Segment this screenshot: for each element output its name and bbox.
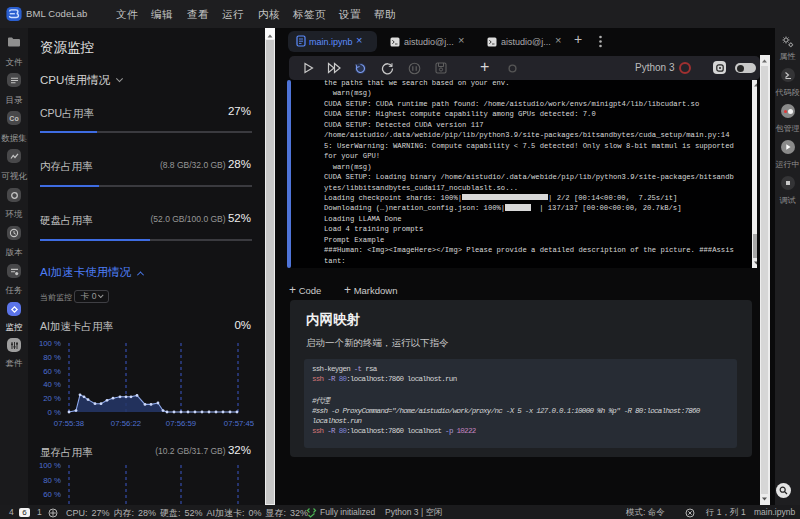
svg-text:0 %: 0 % <box>48 408 62 417</box>
svg-text:100 %: 100 % <box>39 461 61 470</box>
svg-text:07:56:22: 07:56:22 <box>111 419 141 428</box>
svg-text:07:57:45: 07:57:45 <box>224 419 254 428</box>
svg-text:07:55:38: 07:55:38 <box>54 419 84 428</box>
svg-text:100 %: 100 % <box>39 339 61 348</box>
svg-text:60 %: 60 % <box>43 367 61 376</box>
svg-text:40 %: 40 % <box>43 380 61 389</box>
svg-text:07:56:59: 07:56:59 <box>166 419 196 428</box>
svg-text:60 %: 60 % <box>43 490 61 499</box>
svg-text:80 %: 80 % <box>43 353 61 362</box>
svg-text:20 %: 20 % <box>43 394 61 403</box>
svg-text:80 %: 80 % <box>43 476 61 485</box>
